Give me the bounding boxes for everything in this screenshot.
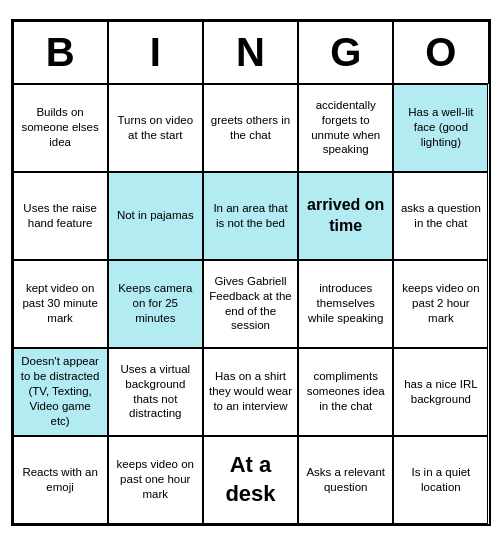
cell-14: keeps video on past 2 hour mark	[393, 260, 488, 348]
cell-5: Uses the raise hand feature	[13, 172, 108, 260]
cell-22: At a desk	[203, 436, 298, 524]
bingo-grid: Builds on someone elses ideaTurns on vid…	[13, 84, 489, 524]
cell-19: has a nice IRL background	[393, 348, 488, 436]
cell-12: Gives Gabriell Feedback at the end of th…	[203, 260, 298, 348]
cell-23: Asks a relevant question	[298, 436, 393, 524]
cell-20: Reacts with an emoji	[13, 436, 108, 524]
cell-18: compliments someones idea in the chat	[298, 348, 393, 436]
cell-4: Has a well-lit face (good lighting)	[393, 84, 488, 172]
bingo-letter-i: I	[108, 21, 203, 84]
cell-9: asks a question in the chat	[393, 172, 488, 260]
cell-6: Not in pajamas	[108, 172, 203, 260]
bingo-letter-o: O	[393, 21, 488, 84]
bingo-letter-n: N	[203, 21, 298, 84]
bingo-header: BINGO	[13, 21, 489, 84]
cell-0: Builds on someone elses idea	[13, 84, 108, 172]
cell-1: Turns on video at the start	[108, 84, 203, 172]
bingo-letter-b: B	[13, 21, 108, 84]
cell-15: Doesn't appear to be distracted (TV, Tex…	[13, 348, 108, 436]
cell-24: Is in a quiet location	[393, 436, 488, 524]
cell-13: introduces themselves while speaking	[298, 260, 393, 348]
cell-17: Has on a shirt they would wear to an int…	[203, 348, 298, 436]
cell-3: accidentally forgets to unmute when spea…	[298, 84, 393, 172]
cell-21: keeps video on past one hour mark	[108, 436, 203, 524]
cell-16: Uses a virtual background thats not dist…	[108, 348, 203, 436]
bingo-letter-g: G	[298, 21, 393, 84]
cell-8: arrived on time	[298, 172, 393, 260]
cell-11: Keeps camera on for 25 minutes	[108, 260, 203, 348]
cell-10: kept video on past 30 minute mark	[13, 260, 108, 348]
cell-2: greets others in the chat	[203, 84, 298, 172]
cell-7: In an area that is not the bed	[203, 172, 298, 260]
bingo-card: BINGO Builds on someone elses ideaTurns …	[11, 19, 491, 526]
